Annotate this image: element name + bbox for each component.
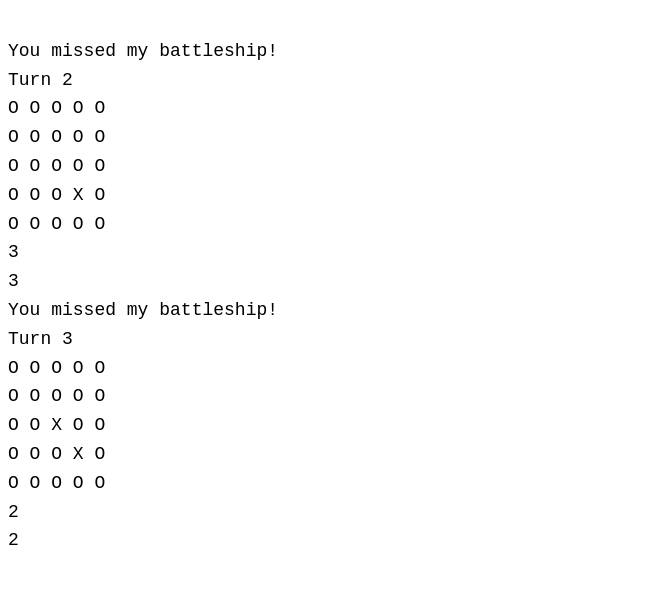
game-line-turn3: Turn 3 — [8, 325, 662, 354]
game-line-miss1: You missed my battleship! — [8, 37, 662, 66]
game-line-t2r2: O O O O O — [8, 123, 662, 152]
game-line-t2r1: O O O O O — [8, 94, 662, 123]
game-line-t2c2: 3 — [8, 267, 662, 296]
game-line-t2c1: 3 — [8, 238, 662, 267]
game-line-t3r2: O O O O O — [8, 382, 662, 411]
game-line-t3r3: O O X O O — [8, 411, 662, 440]
game-line-miss2: You missed my battleship! — [8, 296, 662, 325]
game-line-t3r5: O O O O O — [8, 469, 662, 498]
game-line-t2r5: O O O O O — [8, 210, 662, 239]
game-line-t3r1: O O O O O — [8, 354, 662, 383]
game-output: You missed my battleship!Turn 2O O O O O… — [8, 8, 662, 555]
game-line-t3c2: 2 — [8, 526, 662, 555]
game-line-turn2: Turn 2 — [8, 66, 662, 95]
game-line-t2r4: O O O X O — [8, 181, 662, 210]
game-line-t3c1: 2 — [8, 498, 662, 527]
game-line-t3r4: O O O X O — [8, 440, 662, 469]
game-line-t2r3: O O O O O — [8, 152, 662, 181]
